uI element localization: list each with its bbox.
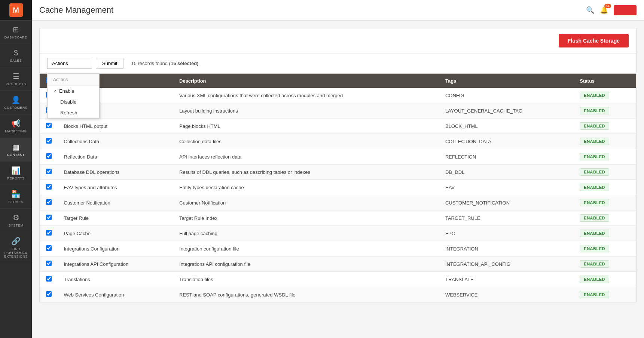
table-toolbar: Actions Enable Disable Refresh Actions E… <box>39 53 637 74</box>
dropdown-item-disable[interactable]: Disable <box>48 96 99 107</box>
row-cache-type: Customer Notification <box>58 195 174 211</box>
sidebar-label-customers: CUSTOMERS <box>4 106 28 110</box>
row-status: ENABLED <box>574 287 636 302</box>
row-description: Customer Notification <box>174 195 440 211</box>
flush-cache-storage-button[interactable]: Flush Cache Storage <box>559 34 629 47</box>
user-menu-button[interactable] <box>614 5 637 15</box>
table-row: EAV types and attributes Entity types de… <box>40 180 637 195</box>
sidebar-item-content[interactable]: ▦ CONTENT <box>0 138 32 162</box>
sidebar-item-stores[interactable]: 🏪 STORES <box>0 185 32 209</box>
sidebar-label-products: PRODUCTS <box>6 82 26 86</box>
status-badge: ENABLED <box>580 230 609 237</box>
dropdown-item-refresh[interactable]: Refresh <box>48 107 99 118</box>
actions-select[interactable]: Actions Enable Disable Refresh <box>47 58 92 69</box>
row-cache-type: Database DDL operations <box>58 165 174 180</box>
sidebar-item-products[interactable]: ☰ PRODUCTS <box>0 67 32 91</box>
header-actions: 🔍 🔔 54 <box>586 5 637 15</box>
status-badge: ENABLED <box>580 107 609 114</box>
row-checkbox[interactable] <box>46 230 52 236</box>
dropdown-item-enable[interactable]: Enable <box>48 86 99 96</box>
reports-icon: 📊 <box>11 166 21 175</box>
status-badge: ENABLED <box>580 153 609 160</box>
actions-dropdown-menu: Actions Enable Disable Refresh <box>47 74 100 119</box>
row-tags: LAYOUT_GENERAL_CACHE_TAG <box>440 103 574 119</box>
sidebar-item-system[interactable]: ⚙ SYSTEM <box>0 209 32 232</box>
sidebar-item-reports[interactable]: 📊 REPORTS <box>0 162 32 185</box>
search-button[interactable]: 🔍 <box>586 6 594 14</box>
row-checkbox[interactable] <box>46 153 52 159</box>
row-checkbox[interactable] <box>46 138 52 144</box>
row-checkbox[interactable] <box>46 215 52 220</box>
row-checkbox[interactable] <box>46 245 52 251</box>
notification-button[interactable]: 🔔 54 <box>600 6 608 14</box>
row-status: ENABLED <box>574 272 636 287</box>
system-icon: ⚙ <box>13 213 19 222</box>
sidebar-item-extensions[interactable]: 🔗 FIND PARTNERS & EXTENSIONS <box>0 232 32 263</box>
row-description: API interfaces reflection data <box>174 149 440 165</box>
row-checkbox-cell <box>40 134 58 149</box>
magento-logo: M <box>9 3 23 17</box>
row-tags: EAV <box>440 180 574 195</box>
status-badge: ENABLED <box>580 245 609 252</box>
submit-button[interactable]: Submit <box>96 58 123 69</box>
row-status: ENABLED <box>574 103 636 119</box>
notification-badge: 54 <box>604 4 611 8</box>
sidebar-label-dashboard: DASHBOARD <box>4 36 28 39</box>
status-badge: ENABLED <box>580 168 609 176</box>
selected-count: (15 selected) <box>169 61 199 66</box>
status-badge: ENABLED <box>580 291 609 298</box>
row-cache-type: Blocks HTML output <box>58 119 174 134</box>
row-checkbox[interactable] <box>46 169 52 174</box>
row-checkbox[interactable] <box>46 123 52 128</box>
status-badge: ENABLED <box>580 122 609 130</box>
row-checkbox-cell <box>40 241 58 256</box>
row-description: Entity types declaration cache <box>174 180 440 195</box>
sidebar-item-marketing[interactable]: 📢 MARKETING <box>0 114 32 138</box>
records-count: 15 records found <box>131 61 168 66</box>
row-description: Full page caching <box>174 226 440 241</box>
row-checkbox-cell <box>40 180 58 195</box>
row-tags: BLOCK_HTML <box>440 119 574 134</box>
row-status: ENABLED <box>574 134 636 149</box>
sidebar-item-customers[interactable]: 👤 CUSTOMERS <box>0 91 32 114</box>
row-cache-type: Integrations Configuration <box>58 241 174 256</box>
content-area: Flush Cache Storage Actions Enable Disab… <box>32 21 644 338</box>
sidebar-item-dashboard[interactable]: ⊞ DASHBOARD <box>0 21 32 44</box>
row-tags: DB_DDL <box>440 165 574 180</box>
col-tags: Tags <box>440 74 574 88</box>
records-info: 15 records found (15 selected) <box>131 61 198 66</box>
row-status: ENABLED <box>574 180 636 195</box>
row-checkbox[interactable] <box>46 291 52 297</box>
customers-icon: 👤 <box>11 95 21 104</box>
status-badge: ENABLED <box>580 92 609 99</box>
row-description: Results of DDL queries, such as describi… <box>174 165 440 180</box>
row-tags: TARGET_RULE <box>440 211 574 226</box>
sidebar-label-sales: SALES <box>10 59 22 62</box>
row-status: ENABLED <box>574 226 636 241</box>
sidebar-label-stores: STORES <box>9 200 24 204</box>
actions-select-wrapper: Actions Enable Disable Refresh Actions E… <box>47 58 92 69</box>
sidebar-label-reports: REPORTS <box>7 176 25 180</box>
row-status: ENABLED <box>574 88 636 103</box>
sidebar-label-content: CONTENT <box>7 153 25 157</box>
table-row: Integrations API Configuration Integrati… <box>40 256 637 272</box>
row-cache-type: Translations <box>58 272 174 287</box>
row-description: Target Rule Index <box>174 211 440 226</box>
row-tags: REFLECTION <box>440 149 574 165</box>
row-checkbox[interactable] <box>46 199 52 205</box>
row-checkbox-cell <box>40 149 58 165</box>
row-checkbox[interactable] <box>46 261 52 266</box>
row-cache-type: Target Rule <box>58 211 174 226</box>
row-cache-type: Page Cache <box>58 226 174 241</box>
row-checkbox-cell <box>40 211 58 226</box>
action-bar: Flush Cache Storage <box>39 28 637 53</box>
sidebar-item-sales[interactable]: $ SALES <box>0 44 32 67</box>
status-badge: ENABLED <box>580 138 609 145</box>
row-checkbox[interactable] <box>46 184 52 190</box>
stores-icon: 🏪 <box>11 190 21 199</box>
marketing-icon: 📢 <box>11 119 21 128</box>
row-checkbox[interactable] <box>46 276 52 282</box>
col-description: Description <box>174 74 440 88</box>
row-status: ENABLED <box>574 241 636 256</box>
row-status: ENABLED <box>574 256 636 272</box>
